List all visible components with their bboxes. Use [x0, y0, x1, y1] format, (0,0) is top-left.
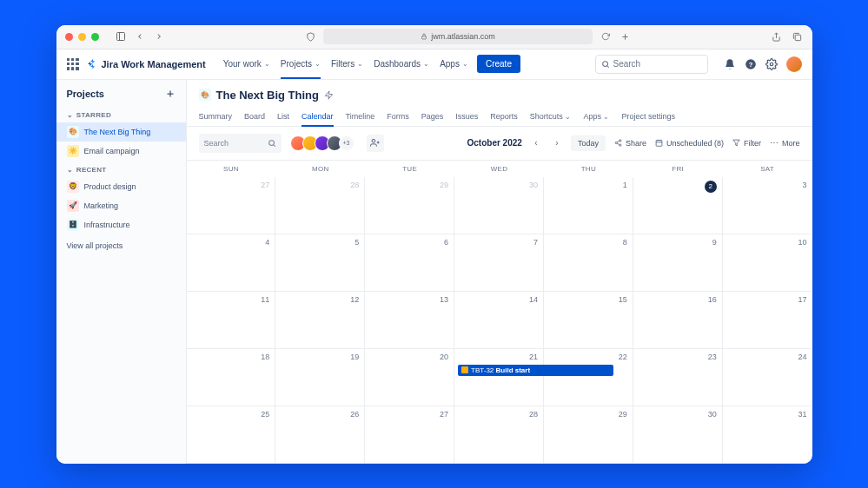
sidebar-toggle-icon[interactable] — [115, 30, 127, 43]
nav-dashboards[interactable]: Dashboards⌄ — [374, 56, 429, 72]
cell-date: 18 — [192, 353, 270, 361]
settings-icon[interactable] — [765, 58, 778, 70]
tab-timeline[interactable]: Timeline — [346, 107, 375, 126]
add-user-icon — [370, 138, 380, 148]
nav-your-work[interactable]: Your work⌄ — [223, 56, 270, 72]
tab-list[interactable]: List — [277, 107, 289, 126]
product-logo[interactable]: Jira Work Management — [88, 59, 206, 69]
calendar-cell[interactable]: 23 — [633, 349, 723, 406]
calendar-cell[interactable]: 9 — [633, 234, 723, 292]
calendar-cell[interactable]: 31 — [723, 406, 812, 464]
nav-apps[interactable]: Apps⌄ — [440, 56, 468, 72]
tab-shortcuts[interactable]: Shortcuts ⌄ — [530, 107, 572, 126]
nav-filters[interactable]: Filters⌄ — [331, 56, 363, 72]
add-people-button[interactable] — [367, 135, 384, 152]
create-button[interactable]: Create — [477, 55, 520, 73]
calendar-cell[interactable]: 21TBT-32 Build start — [454, 349, 544, 406]
nav-projects[interactable]: Projects⌄ — [281, 56, 321, 72]
tab-reports[interactable]: Reports — [490, 107, 518, 126]
calendar-cell[interactable]: 1 — [544, 177, 633, 234]
user-avatar[interactable] — [786, 56, 802, 72]
calendar-cell[interactable]: 22 — [544, 349, 633, 406]
tab-calendar[interactable]: Calendar — [301, 107, 334, 126]
cell-date: 27 — [192, 181, 270, 189]
calendar-cell[interactable]: 16 — [633, 292, 723, 349]
calendar-search[interactable]: Search — [199, 134, 282, 153]
tab-board[interactable]: Board — [244, 107, 265, 126]
share-button[interactable]: Share — [614, 139, 646, 148]
calendar-cell[interactable]: 8 — [544, 234, 633, 292]
sidebar-section-starred[interactable]: ⌄STARRED — [56, 106, 186, 122]
project-icon: 🦁 — [67, 181, 79, 193]
calendar-cell[interactable]: 20 — [365, 349, 454, 406]
maximize-window[interactable] — [91, 33, 99, 41]
calendar-cell[interactable]: 14 — [454, 292, 544, 349]
calendar-cell[interactable]: 27 — [365, 406, 454, 464]
assignee-avatars[interactable]: +3 — [290, 135, 354, 151]
app-switcher-icon[interactable] — [67, 58, 79, 70]
tabs-icon[interactable] — [792, 30, 804, 43]
filter-button[interactable]: Filter — [732, 139, 761, 148]
shield-icon[interactable] — [304, 30, 316, 43]
today-button[interactable]: Today — [571, 135, 606, 151]
share-icon[interactable] — [771, 30, 783, 43]
calendar-cell[interactable]: 11 — [187, 292, 276, 349]
view-all-projects[interactable]: View all projects — [56, 234, 186, 257]
tab-project-settings[interactable]: Project settings — [621, 107, 675, 126]
calendar-cell[interactable]: 5 — [275, 234, 365, 292]
close-window[interactable] — [65, 33, 73, 41]
forward-icon[interactable] — [153, 30, 165, 43]
calendar-cell[interactable]: 28 — [275, 177, 365, 234]
calendar-cell[interactable]: 25 — [187, 406, 276, 464]
calendar-cell[interactable]: 12 — [275, 292, 365, 349]
cell-date: 26 — [281, 410, 359, 419]
tab-forms[interactable]: Forms — [387, 107, 409, 126]
calendar-cell[interactable]: 26 — [275, 406, 365, 464]
calendar-cell[interactable]: 3 — [723, 177, 812, 234]
reload-icon[interactable] — [600, 30, 612, 43]
calendar-cell[interactable]: 4 — [187, 234, 276, 292]
calendar-cell[interactable]: 18 — [187, 349, 276, 406]
unscheduled-button[interactable]: Unscheduled (8) — [655, 139, 724, 148]
calendar-cell[interactable]: 2 — [633, 177, 723, 234]
calendar-cell[interactable]: 27 — [187, 177, 276, 234]
calendar-cell[interactable]: 29 — [365, 177, 454, 234]
tab-summary[interactable]: Summary — [199, 107, 233, 126]
automation-icon[interactable] — [324, 90, 334, 100]
avatar-overflow[interactable]: +3 — [339, 135, 354, 151]
more-button[interactable]: ⋯ More — [770, 138, 800, 148]
tab-issues[interactable]: Issues — [455, 107, 478, 126]
calendar-cell[interactable]: 15 — [544, 292, 633, 349]
sidebar-item-product-design[interactable]: 🦁Product design — [56, 177, 186, 196]
calendar-event[interactable]: TBT-32 Build start — [458, 365, 613, 376]
minimize-window[interactable] — [78, 33, 86, 41]
tab-apps[interactable]: Apps ⌄ — [583, 107, 609, 126]
calendar-cell[interactable]: 13 — [365, 292, 454, 349]
notifications-icon[interactable] — [724, 58, 736, 70]
calendar-cell[interactable]: 7 — [454, 234, 544, 292]
back-icon[interactable] — [134, 30, 146, 43]
calendar-cell[interactable]: 17 — [723, 292, 812, 349]
calendar-cell[interactable]: 6 — [365, 234, 454, 292]
global-search[interactable]: Search — [595, 55, 708, 74]
prev-month-button[interactable]: ‹ — [529, 136, 543, 150]
sidebar-item-infrastructure[interactable]: 🗄️Infrastructure — [56, 215, 186, 234]
new-tab-icon[interactable] — [619, 30, 631, 43]
calendar-cell[interactable]: 30 — [633, 406, 723, 464]
calendar-cell[interactable]: 19 — [275, 349, 365, 406]
add-project-icon[interactable] — [165, 89, 176, 99]
help-icon[interactable]: ? — [745, 58, 757, 70]
next-month-button[interactable]: › — [550, 136, 564, 150]
cell-date: 23 — [639, 353, 717, 361]
calendar-cell[interactable]: 24 — [723, 349, 812, 406]
sidebar-item-email-campaign[interactable]: ☀️Email campaign — [56, 142, 186, 161]
url-bar[interactable]: jwm.atlassian.com — [323, 29, 593, 44]
sidebar-item-the-next-big-thing[interactable]: 🎨The Next Big Thing — [56, 122, 186, 142]
calendar-cell[interactable]: 30 — [454, 177, 544, 234]
tab-pages[interactable]: Pages — [421, 107, 444, 126]
calendar-cell[interactable]: 28 — [454, 406, 544, 464]
sidebar-item-marketing[interactable]: 🚀Marketing — [56, 196, 186, 215]
sidebar-section-recent[interactable]: ⌄RECENT — [56, 161, 186, 177]
calendar-cell[interactable]: 10 — [723, 234, 812, 292]
calendar-cell[interactable]: 29 — [544, 406, 633, 464]
